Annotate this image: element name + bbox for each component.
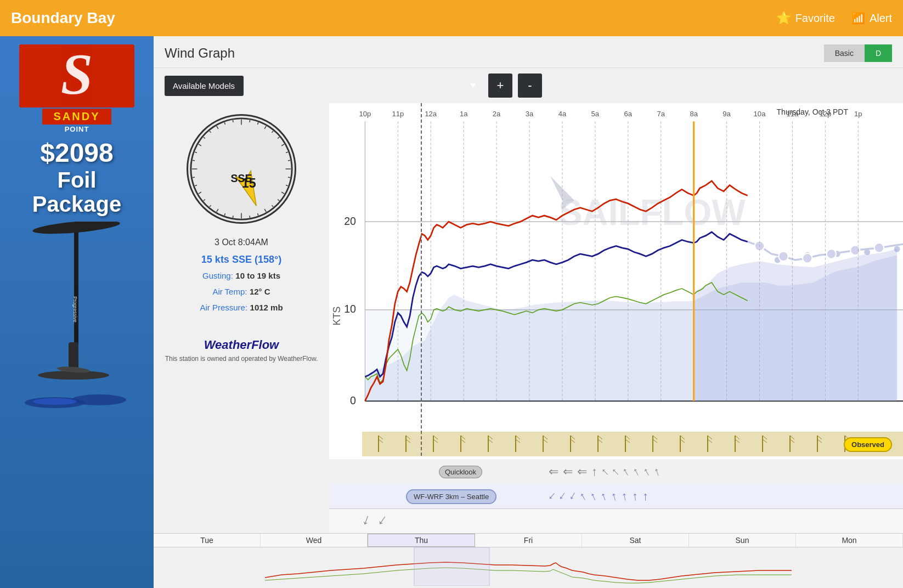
ad-price: $2098 <box>40 138 113 168</box>
alert-label: Alert <box>870 12 892 25</box>
quicklook-badge-text: Quicklook <box>439 466 482 478</box>
wind-speed-direction: 15 kts SSE (158°) <box>200 251 283 268</box>
ad-line2: Package <box>32 192 121 216</box>
wf-wrf-badge-text: WF-WRF 3km – Seattle <box>406 489 496 504</box>
model-select-wrapper: Available Models ▼ <box>165 76 483 96</box>
favorite-label: Favorite <box>795 12 835 25</box>
observed-wind-row: Observed <box>362 432 903 456</box>
wind-graph-title: Wind Graph <box>165 46 235 61</box>
svg-point-104 <box>827 249 836 259</box>
ad-product-image: Progressive <box>16 222 137 408</box>
svg-point-102 <box>778 251 788 261</box>
air-pressure-row: Air Pressure: 1012 mb <box>200 300 283 316</box>
wifi-icon: 📶 <box>851 12 865 25</box>
timeline-day-tue[interactable]: Tue <box>154 534 261 547</box>
gusting-value: 10 to 19 kts <box>235 271 280 280</box>
svg-line-29 <box>288 160 290 161</box>
gusting-label: Gusting: <box>202 271 233 280</box>
weatherflow-section: WeatherFlow This station is owned and op… <box>165 327 318 363</box>
page-title: Boundary Bay <box>11 9 115 27</box>
svg-rect-164 <box>414 547 489 586</box>
graph-area: 15 SSE 3 Oct 8:04AM 15 kts SSE (158°) Gu… <box>154 103 903 533</box>
svg-text:Progressive: Progressive <box>72 296 78 323</box>
gusting-row: Gusting: 10 to 19 kts <box>200 268 283 284</box>
svg-text:9a: 9a <box>723 110 731 118</box>
weatherflow-description: This station is owned and operated by We… <box>165 355 318 363</box>
svg-line-30 <box>288 177 290 178</box>
air-temp-row: Air Temp: 12° C <box>200 284 283 300</box>
header-actions: ⭐ Favorite 📶 Alert <box>776 11 892 25</box>
svg-text:10p: 10p <box>359 110 371 118</box>
misc-arrows-row: ↑ ↑ <box>329 508 903 533</box>
svg-text:4a: 4a <box>558 110 567 118</box>
svg-line-35 <box>250 216 250 218</box>
svg-line-24 <box>250 120 250 122</box>
svg-text:3a: 3a <box>526 110 534 118</box>
chart-date-label: Thursday, Oct 3 PDT <box>777 108 848 116</box>
chevron-down-icon: ▼ <box>469 81 477 91</box>
svg-line-47 <box>233 120 233 122</box>
svg-text:8a: 8a <box>690 110 698 118</box>
view-toggle: Basic D <box>824 44 892 62</box>
svg-text:7a: 7a <box>657 110 665 118</box>
chart-panel: Thursday, Oct 3 PDT 0 10 20 <box>329 103 903 533</box>
toggle-basic-button[interactable]: Basic <box>824 44 865 62</box>
timeline-day-sat[interactable]: Sat <box>582 534 689 547</box>
svg-text:S: S <box>61 44 93 106</box>
ad-brand: SANDY <box>42 109 111 125</box>
observed-badge-text: Observed <box>844 437 892 452</box>
timeline-days: Tue Wed Thu Fri Sat Sun Mon <box>154 534 903 547</box>
svg-point-103 <box>803 253 812 263</box>
wind-graph-header: Wind Graph Basic D <box>154 36 903 68</box>
timeline-mini-chart[interactable] <box>154 547 903 588</box>
svg-rect-108 <box>362 432 903 456</box>
svg-text:2a: 2a <box>493 110 501 118</box>
svg-text:6a: 6a <box>624 110 633 118</box>
svg-rect-92 <box>365 310 903 401</box>
alert-button[interactable]: 📶 Alert <box>851 12 892 25</box>
models-select[interactable]: Available Models <box>165 76 244 96</box>
main-layout: S SANDY POINT $2098 Foil Package <box>0 36 903 588</box>
chart-svg: 0 10 20 KTS 10p 11p 12a 1a 2a 3a 4a 5a 6… <box>329 103 903 456</box>
timeline-day-fri[interactable]: Fri <box>475 534 582 547</box>
timeline-day-thu[interactable]: Thu <box>368 534 475 547</box>
star-icon: ⭐ <box>776 11 791 25</box>
favorite-button[interactable]: ⭐ Favorite <box>776 11 835 25</box>
svg-point-101 <box>755 241 764 251</box>
toggle-detailed-button[interactable]: D <box>865 44 892 62</box>
quicklook-badge-container: Quicklook <box>439 467 482 477</box>
svg-point-11 <box>191 118 292 219</box>
svg-text:0: 0 <box>350 394 356 406</box>
svg-text:10a: 10a <box>754 110 766 118</box>
timeline-day-wed[interactable]: Wed <box>261 534 368 547</box>
midnight-marker <box>421 103 422 456</box>
svg-point-100 <box>894 246 900 252</box>
timeline-day-sun[interactable]: Sun <box>689 534 796 547</box>
svg-text:12a: 12a <box>425 110 437 118</box>
wind-datetime: 3 Oct 8:04AM <box>200 235 283 251</box>
quicklook-arrows: ⇐ ⇐ ⇐ ↑ ↑ ↑ ↑ ↑ ↑ ↑ <box>549 465 660 479</box>
svg-rect-2 <box>74 227 78 348</box>
timeline-bar: Tue Wed Thu Fri Sat Sun Mon <box>154 533 903 588</box>
wind-barbs-svg <box>362 432 903 456</box>
misc-arrows: ↑ ↑ <box>362 512 386 530</box>
ad-container[interactable]: S SANDY POINT $2098 Foil Package <box>0 36 154 588</box>
svg-text:11p: 11p <box>392 110 404 118</box>
timeline-day-mon[interactable]: Mon <box>796 534 903 547</box>
zoom-in-button[interactable]: + <box>488 74 512 98</box>
content-area: Wind Graph Basic D Available Models ▼ + … <box>154 36 903 588</box>
zoom-out-button[interactable]: - <box>518 74 542 98</box>
wind-info: 3 Oct 8:04AM 15 kts SSE (158°) Gusting: … <box>200 235 283 316</box>
weatherflow-logo: WeatherFlow <box>165 338 318 352</box>
svg-point-106 <box>874 243 884 253</box>
svg-rect-163 <box>265 547 792 586</box>
svg-text:10: 10 <box>344 303 356 315</box>
wind-data-panel: 15 SSE 3 Oct 8:04AM 15 kts SSE (158°) Gu… <box>154 103 329 533</box>
svg-text:1a: 1a <box>460 110 468 118</box>
svg-text:KTS: KTS <box>331 307 342 325</box>
svg-line-41 <box>193 177 195 178</box>
wf-wrf-arrows: ↑ ↑ ↑ ↑ ↑ ↑ ↑ ↑ ↑ ↑ <box>549 489 648 504</box>
air-temp-value: 12° C <box>250 287 270 296</box>
svg-text:5a: 5a <box>591 110 600 118</box>
sidebar-ad: S SANDY POINT $2098 Foil Package <box>0 36 154 588</box>
